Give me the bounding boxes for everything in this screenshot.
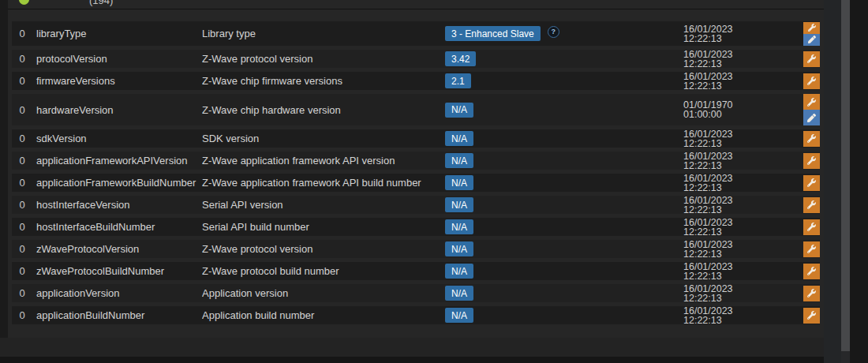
wrench-button[interactable] [803,308,820,324]
bottom-band [0,338,824,357]
pencil-button[interactable] [803,34,820,46]
param-value-cell: N/A [445,131,683,146]
wrench-icon [807,267,816,275]
value-badge: N/A [445,219,473,234]
scrollbar-track[interactable] [841,0,850,363]
timestamp: 16/01/2023 12:22:13 [683,218,803,237]
table-row: 0 protocolVersion Z-Wave protocol versio… [12,50,820,68]
value-badge: N/A [445,197,473,212]
timestamp-time: 12:22:13 [683,183,803,193]
wrench-icon [807,77,816,85]
row-actions [803,94,826,125]
param-value-cell: N/A [445,219,683,234]
row-actions [803,175,826,191]
wrench-button[interactable] [803,73,820,89]
wrench-button[interactable] [803,175,820,191]
param-value-cell: 3 - Enhanced Slave ? [445,26,683,41]
bottom-strip [0,357,824,363]
row-index: 0 [12,28,28,39]
row-index: 0 [12,104,28,116]
timestamp-date: 16/01/2023 [683,218,803,227]
wrench-button[interactable] [803,264,820,279]
param-value-cell: N/A [445,264,683,279]
table-row: 0 zWaveProtocolBuildNumber Z-Wave protoc… [12,262,820,280]
scrollbar-thumb[interactable] [841,0,850,351]
table-row: 0 applicationVersion Application version… [12,284,820,302]
param-value-cell: N/A [445,103,683,118]
timestamp: 16/01/2023 12:22:13 [683,50,803,69]
param-value-cell: N/A [445,308,683,323]
timestamp-time: 12:22:13 [683,59,803,69]
timestamp-date: 16/01/2023 [683,196,803,205]
wrench-icon [807,245,816,253]
param-label: Application version [202,287,445,299]
row-index: 0 [12,177,28,189]
row-actions [803,241,826,257]
param-label: Z-Wave application framework API build n… [202,177,445,189]
wrench-icon [807,156,816,165]
row-index: 0 [12,287,28,299]
wrench-button[interactable] [803,94,820,110]
param-label: Z-Wave chip hardware version [202,104,445,116]
param-label: Z-Wave application framework API version [202,155,445,167]
value-badge: N/A [445,308,473,323]
wrench-button[interactable] [803,219,820,235]
param-name: applicationFrameworkAPIVersion [28,155,202,167]
right-gutter [824,0,868,363]
wrench-icon [807,98,816,107]
param-label: Z-Wave protocol build number [202,265,445,277]
param-name: applicationVersion [28,287,202,299]
timestamp: 16/01/2023 12:22:13 [683,284,803,303]
value-badge: 3 - Enhanced Slave [445,26,541,41]
help-icon[interactable]: ? [548,26,559,38]
rows-container: 0 libraryType Library type 3 - Enhanced … [8,9,824,324]
timestamp-time: 12:22:13 [683,294,803,303]
wrench-button[interactable] [803,51,820,67]
wrench-button[interactable] [803,131,820,147]
value-badge: N/A [445,286,473,301]
value-badge: 2.1 [445,73,471,88]
wrench-button[interactable] [803,241,820,257]
table-row: 0 firmwareVersions Z-Wave chip firmware … [12,72,820,90]
value-badge: N/A [445,103,473,118]
wrench-button[interactable] [803,22,820,34]
table-row: 0 zWaveProtocolVersion Z-Wave protocol v… [12,240,820,258]
wrench-icon [807,178,816,187]
timestamp-time: 12:22:13 [683,205,803,215]
param-value-cell: N/A [445,286,683,301]
timestamp-date: 16/01/2023 [683,152,803,161]
header-count: (194) [89,0,113,6]
wrench-icon [808,24,816,32]
timestamp-date: 16/01/2023 [683,24,803,34]
timestamp-date: 16/01/2023 [683,240,803,249]
pencil-button[interactable] [803,110,820,125]
param-label: Serial API build number [202,221,445,233]
timestamp: 16/01/2023 12:22:13 [683,262,803,281]
value-badge: N/A [445,264,473,279]
wrench-icon [807,54,816,63]
row-index: 0 [12,221,28,233]
wrench-button[interactable] [803,153,820,169]
table-row: 0 libraryType Library type 3 - Enhanced … [12,21,820,46]
row-actions [803,197,826,213]
table-row: 0 hardwareVersion Z-Wave chip hardware v… [12,94,820,125]
row-actions [803,219,826,235]
wrench-icon [807,311,816,320]
timestamp: 16/01/2023 12:22:13 [683,152,803,170]
param-name: hostInterfaceVersion [28,199,202,211]
wrench-button[interactable] [803,286,820,301]
param-label: Z-Wave chip firmware versions [202,75,445,87]
param-name: sdkVersion [28,133,202,144]
table-row: 0 applicationBuildNumber Application bui… [12,306,820,324]
row-actions [803,131,826,147]
timestamp-time: 12:22:13 [683,139,803,148]
wrench-button[interactable] [803,197,820,213]
timestamp: 16/01/2023 12:22:13 [683,306,803,325]
param-value-cell: N/A [445,153,683,168]
param-label: Library type [202,28,445,39]
timestamp: 16/01/2023 12:22:13 [683,72,803,91]
timestamp-date: 16/01/2023 [683,72,803,81]
timestamp-date: 16/01/2023 [683,129,803,139]
value-badge: N/A [445,175,473,190]
timestamp-time: 12:22:13 [683,271,803,281]
